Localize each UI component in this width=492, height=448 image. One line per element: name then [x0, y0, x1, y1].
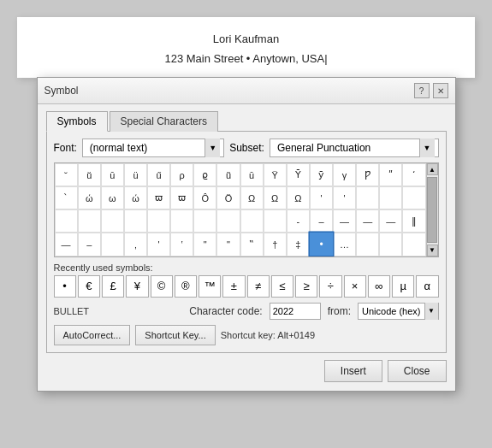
sym-cell[interactable]: — [333, 209, 356, 233]
sym-cell[interactable] [379, 233, 402, 256]
recent-cell[interactable]: ≥ [295, 275, 317, 298]
sym-cell[interactable]: ‐ [287, 209, 310, 233]
sym-cell[interactable]: Ÿ [264, 163, 287, 186]
recent-cell[interactable]: ¥ [126, 275, 148, 298]
sym-cell[interactable] [101, 209, 124, 233]
sym-cell[interactable]: ū [240, 163, 264, 186]
sym-cell[interactable]: ω [101, 186, 124, 209]
tab-special-characters[interactable]: Special Characters [110, 111, 218, 132]
sym-cell[interactable]: ϱ [193, 163, 216, 186]
tab-symbols[interactable]: Symbols [46, 111, 108, 132]
recent-cell[interactable]: α [416, 275, 438, 298]
recent-cell[interactable]: ∞ [368, 275, 390, 298]
sym-cell[interactable]: ũ [216, 163, 240, 186]
char-code-input[interactable] [270, 303, 321, 320]
sym-cell[interactable] [101, 233, 124, 256]
sym-cell-selected[interactable]: • [309, 232, 335, 256]
sym-cell[interactable]: ‡ [287, 233, 310, 256]
sym-cell[interactable]: ώ [78, 186, 101, 209]
sym-cell[interactable]: γ [333, 163, 356, 186]
sym-cell[interactable]: Ȳ [287, 163, 310, 186]
close-button[interactable]: Close [388, 360, 447, 382]
sym-cell[interactable] [356, 186, 379, 209]
recent-cell[interactable]: ™ [199, 275, 221, 298]
recent-cell[interactable]: × [344, 275, 366, 298]
sym-cell[interactable]: " [193, 233, 216, 256]
sym-cell[interactable] [356, 233, 379, 256]
scroll-up-button[interactable]: ▲ [427, 163, 438, 175]
recent-cell[interactable]: ≤ [271, 275, 293, 298]
scrollbar[interactable]: ▲ ▼ [426, 163, 438, 256]
sym-cell[interactable]: — [55, 233, 78, 256]
sym-cell[interactable] [216, 209, 240, 233]
sym-cell[interactable]: ϖ [147, 186, 170, 209]
sym-cell[interactable]: ‟ [240, 233, 264, 256]
font-dropdown-arrow[interactable]: ▼ [205, 139, 220, 157]
sym-cell[interactable]: – [78, 233, 101, 256]
sym-cell[interactable]: † [264, 233, 287, 256]
sym-cell[interactable]: ű [147, 163, 170, 186]
sym-cell[interactable] [264, 209, 287, 233]
sym-cell[interactable]: Ƿ [356, 163, 379, 186]
sym-cell[interactable]: ˋ [55, 186, 78, 209]
sym-cell[interactable]: ρ [170, 163, 193, 186]
subset-select[interactable]: General Punctuation ▼ [270, 139, 439, 157]
sym-cell[interactable] [240, 209, 264, 233]
sym-cell[interactable]: ' [147, 233, 170, 256]
shortcut-key-button[interactable]: Shortcut Key... [135, 325, 215, 345]
sym-cell[interactable]: ‚ [124, 233, 147, 256]
sym-cell[interactable]: ū [101, 163, 124, 186]
recent-cell[interactable]: ® [175, 275, 197, 298]
subset-dropdown-arrow[interactable]: ▼ [419, 139, 435, 157]
sym-cell[interactable]: ˘ [55, 163, 78, 186]
sym-cell[interactable]: – [310, 209, 333, 233]
scroll-thumb[interactable] [427, 177, 437, 243]
sym-cell[interactable]: Ω [287, 186, 310, 209]
sym-cell[interactable]: ‖ [402, 209, 425, 233]
help-button[interactable]: ? [414, 83, 430, 98]
sym-cell[interactable]: ʻ [402, 163, 425, 186]
recent-cell[interactable]: ± [222, 275, 245, 298]
sym-cell[interactable]: — [356, 209, 379, 233]
sym-cell[interactable] [402, 186, 425, 209]
sym-cell[interactable]: … [333, 233, 356, 256]
sym-cell[interactable]: ‛ [170, 233, 193, 256]
doc-author: Lori Kaufman [43, 29, 449, 49]
sym-cell[interactable]: Ô [193, 186, 216, 209]
sym-cell[interactable]: " [216, 233, 240, 256]
sym-cell[interactable]: ' [310, 186, 333, 209]
sym-cell[interactable]: ― [379, 209, 402, 233]
recent-cell[interactable]: • [54, 275, 76, 298]
recent-cell[interactable]: © [151, 275, 173, 298]
insert-button[interactable]: Insert [324, 360, 382, 382]
sym-cell[interactable]: ʺ [379, 163, 402, 186]
sym-cell[interactable]: ώ [124, 186, 147, 209]
sym-cell[interactable] [193, 209, 216, 233]
sym-cell[interactable]: ü [124, 163, 147, 186]
close-title-button[interactable]: ✕ [433, 83, 448, 98]
sym-cell[interactable] [78, 209, 101, 233]
recent-cell[interactable]: £ [102, 275, 124, 298]
sym-cell[interactable] [170, 209, 193, 233]
from-dropdown-arrow[interactable]: ▼ [424, 303, 438, 320]
sym-cell[interactable]: Ω [264, 186, 287, 209]
recent-cell[interactable]: ÷ [319, 275, 341, 298]
sym-cell[interactable]: Ω [240, 186, 264, 209]
autocorrect-button[interactable]: AutoCorrect... [54, 325, 131, 345]
recent-cell[interactable]: € [78, 275, 100, 298]
recent-cell[interactable]: ≠ [247, 275, 270, 298]
sym-cell[interactable] [147, 209, 170, 233]
from-select[interactable]: Unicode (hex) ▼ [358, 303, 438, 320]
sym-cell[interactable] [379, 186, 402, 209]
sym-cell[interactable]: ϖ [170, 186, 193, 209]
sym-cell[interactable]: ŭ [78, 163, 101, 186]
font-select[interactable]: (normal text) ▼ [82, 139, 224, 157]
sym-cell[interactable] [402, 233, 425, 256]
sym-cell[interactable]: ' [333, 186, 356, 209]
scroll-down-button[interactable]: ▼ [427, 245, 438, 256]
recent-cell[interactable]: µ [392, 275, 414, 298]
sym-cell[interactable] [124, 209, 147, 233]
sym-cell[interactable] [55, 209, 78, 233]
sym-cell[interactable]: ȳ [310, 163, 333, 186]
sym-cell[interactable]: Ö [216, 186, 240, 209]
